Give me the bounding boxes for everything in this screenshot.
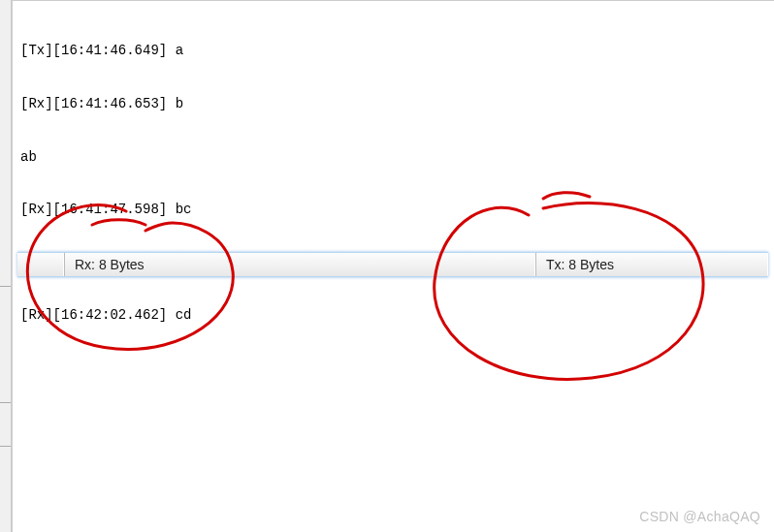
- log-line: ab: [20, 148, 766, 166]
- log-line: [Tx][16:41:46.649] a: [20, 42, 766, 59]
- watermark: CSDN @AchaQAQ: [639, 509, 760, 524]
- status-cell-tx: Tx: 8 Bytes: [535, 253, 768, 276]
- status-cell-empty: [17, 253, 64, 276]
- status-bar: Rx: 8 Bytes Tx: 8 Bytes: [17, 252, 768, 277]
- tx-bytes-label: Tx: 8 Bytes: [546, 257, 614, 272]
- log-output[interactable]: [Tx][16:41:46.649] a [Rx][16:41:46.653] …: [13, 1, 774, 365]
- gutter-divider: [0, 402, 11, 403]
- log-line: [Rx][16:41:46.653] b: [20, 95, 766, 112]
- log-line: [Rx][16:42:02.462] cd: [20, 306, 766, 324]
- left-gutter: [0, 0, 12, 532]
- status-cell-rx: Rx: 8 Bytes: [64, 253, 535, 276]
- rx-bytes-label: Rx: 8 Bytes: [75, 257, 145, 272]
- gutter-divider: [0, 286, 11, 287]
- gutter-divider: [0, 446, 11, 447]
- log-line: [Rx][16:41:47.598] bc: [20, 201, 766, 218]
